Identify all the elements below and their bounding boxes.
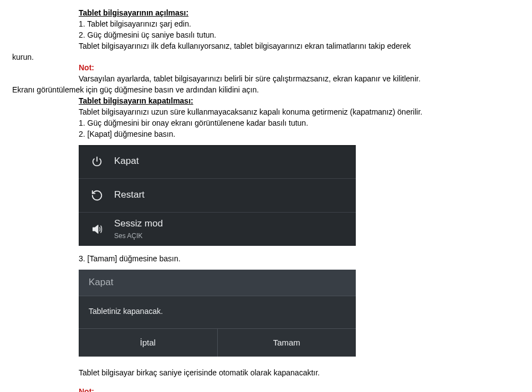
power-menu-item-silent[interactable]: Sessiz mod Ses AÇIK <box>79 213 356 246</box>
power-menu-panel: Kapat Restart Sessiz mod Ses AÇIK <box>79 145 356 246</box>
heading-close: Tablet bilgisayarın kapatılması: <box>79 96 193 105</box>
power-menu-label: Restart <box>114 189 145 202</box>
open-step-2: 2. Güç düğmesini üç saniye basılı tutun. <box>79 30 520 40</box>
close-step-1: 1. Güç düğmesini bir onay ekranı görüntü… <box>79 118 520 128</box>
open-setup-line: Tablet bilgisayarınızı ilk defa kullanıy… <box>79 41 520 51</box>
volume-icon <box>89 223 105 235</box>
auto-off-text: Tablet bilgisayar birkaç saniye içerisin… <box>79 368 520 378</box>
dialog-actions: İptal Tamam <box>79 329 356 357</box>
power-menu-sublabel: Ses AÇIK <box>114 231 163 240</box>
heading-open: Tablet bilgisayarının açılması: <box>79 8 188 17</box>
open-step-1: 1. Tablet bilgisayarınızı şarj edin. <box>79 19 520 29</box>
power-menu-item-restart[interactable]: Restart <box>79 179 356 213</box>
open-note-text: Varsayılan ayarlarda, tablet bilgisayarı… <box>79 74 520 84</box>
close-step-2: 2. [Kapat] düğmesine basın. <box>79 129 520 140</box>
restart-icon <box>89 189 105 202</box>
note-label: Not: <box>79 63 94 72</box>
document-page: Tablet bilgisayarının açılması: 1. Table… <box>0 0 532 392</box>
power-menu-item-kapat[interactable]: Kapat <box>79 145 356 179</box>
cancel-button[interactable]: İptal <box>79 329 217 357</box>
unlock-line: Ekranı görüntülemek için güç düğmesine b… <box>12 85 520 95</box>
shutdown-dialog: Kapat Tabletiniz kapanacak. İptal Tamam <box>79 270 356 357</box>
power-menu-label: Kapat <box>114 155 139 168</box>
dialog-body: Tabletiniz kapanacak. <box>79 296 356 329</box>
note-label: Not: <box>79 387 94 392</box>
power-icon <box>89 156 105 168</box>
open-setup-kurun: kurun. <box>12 52 520 63</box>
close-recommend: Tablet bilgisayarınızı uzun süre kullanm… <box>79 107 520 117</box>
ok-button[interactable]: Tamam <box>217 329 356 357</box>
power-menu-label: Sessiz mod <box>114 218 163 230</box>
close-step-3: 3. [Tamam] düğmesine basın. <box>79 254 520 264</box>
dialog-title: Kapat <box>79 270 356 296</box>
